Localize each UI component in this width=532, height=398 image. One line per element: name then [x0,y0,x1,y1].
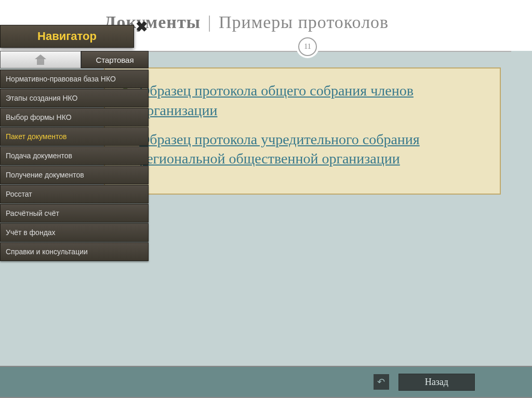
list-item: ● Образец протокола учредительного собра… [121,130,484,169]
title-rest: Примеры протоколов [219,12,389,32]
nav-item-stages[interactable]: Этапы создания НКО [0,89,149,107]
nav-item-funds[interactable]: Учёт в фондах [0,223,149,242]
nav-item-legal-base[interactable]: Нормативно-правовая база НКО [0,70,149,88]
title-separator: | [208,12,212,32]
list-item: ● Образец протокола общего собрания член… [121,81,484,120]
nav-item-documents-package[interactable]: Пакет документов [0,127,149,146]
nav-item-references[interactable]: Справки и консультации [0,242,149,261]
protocol-link-2[interactable]: Образец протокола учредительного собрани… [139,130,484,169]
home-button[interactable] [0,51,81,68]
page-number-badge: 11 [298,37,317,56]
navigator-header-row: Навигатор ✖ [0,25,149,48]
nav-item-receive[interactable]: Получение документов [0,166,149,184]
nav-item-submit[interactable]: Подача документов [0,146,149,165]
nav-item-account[interactable]: Расчётный счёт [0,204,149,223]
undo-icon: ↶ [377,376,385,388]
content-box: ● Образец протокола общего собрания член… [104,67,501,195]
protocol-link-1[interactable]: Образец протокола общего собрания членов… [139,81,484,120]
back-button[interactable]: Назад [398,374,475,391]
slide-footer: ↶ Назад [0,366,532,397]
page-title: Документы | Примеры протоколов [104,12,511,32]
navigator-list: Нормативно-правовая база НКО Этапы созда… [0,70,149,261]
close-icon: ✖ [136,20,148,34]
nav-item-rosstat[interactable]: Росстат [0,185,149,203]
home-icon [35,54,46,65]
navigator-home-row: Стартовая [0,51,149,68]
home-label[interactable]: Стартовая [81,51,149,68]
navigator-title: Навигатор [0,25,134,48]
navigator-panel: Навигатор ✖ Стартовая Нормативно-правова… [0,25,149,261]
undo-button[interactable]: ↶ [374,374,389,390]
navigator-close-button[interactable]: ✖ [134,20,149,48]
nav-item-form[interactable]: Выбор формы НКО [0,108,149,127]
